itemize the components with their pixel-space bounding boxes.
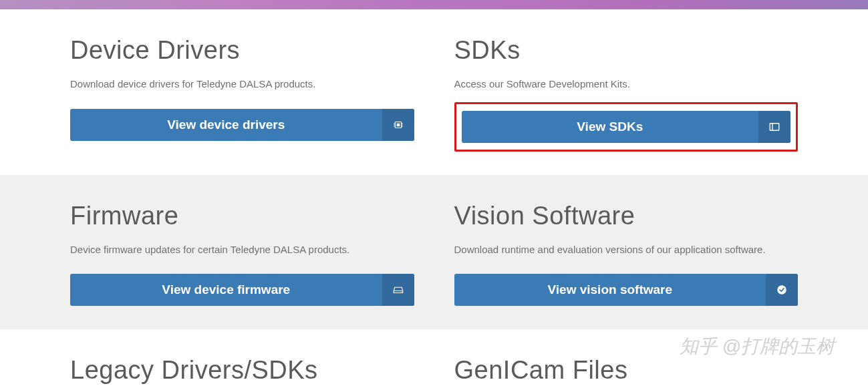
view-device-drivers-button[interactable]: View device drivers (70, 109, 414, 141)
button-label: View vision software (454, 274, 766, 306)
view-vision-software-button[interactable]: View vision software (454, 274, 799, 306)
section-row-3: Legacy Drivers/SDKs Drivers and SDKs for… (0, 329, 868, 386)
card-title: Legacy Drivers/SDKs (70, 356, 414, 385)
card-description: Device firmware updates for certain Tele… (70, 242, 414, 258)
hard-drive-icon (382, 274, 414, 306)
card-vision-software: Vision Software Download runtime and eva… (454, 202, 799, 307)
svg-rect-8 (770, 123, 779, 130)
card-title: GenICam Files (454, 356, 799, 385)
card-device-drivers: Device Drivers Download device drivers f… (70, 36, 414, 152)
section-row-1: Device Drivers Download device drivers f… (0, 9, 868, 175)
section-row-2: Firmware Device firmware updates for cer… (0, 175, 868, 330)
card-description: Download device drivers for Teledyne DAL… (70, 77, 414, 92)
check-circle-icon (766, 274, 798, 306)
card-title: SDKs (454, 36, 799, 65)
highlighted-button-frame: View SDKs (454, 102, 799, 152)
view-sdks-button[interactable]: View SDKs (462, 111, 791, 143)
button-label: View device firmware (70, 274, 382, 306)
svg-rect-1 (396, 123, 400, 126)
card-legacy: Legacy Drivers/SDKs Drivers and SDKs for… (70, 356, 414, 386)
button-label: View device drivers (70, 109, 382, 141)
card-sdks: SDKs Access our Software Development Kit… (454, 36, 799, 152)
panel-icon (758, 111, 790, 143)
button-label: View SDKs (462, 111, 759, 143)
card-description: Download runtime and evaluation versions… (454, 242, 799, 258)
card-description: Access our Software Development Kits. (454, 77, 799, 92)
chip-icon (382, 109, 414, 141)
card-title: Vision Software (454, 202, 799, 230)
card-genicam: GenICam Files Download GenICam configura… (454, 356, 799, 386)
top-banner (0, 0, 868, 9)
view-device-firmware-button[interactable]: View device firmware (70, 274, 414, 306)
svg-point-12 (777, 285, 786, 295)
svg-point-11 (400, 291, 401, 292)
card-title: Firmware (70, 202, 414, 230)
card-title: Device Drivers (70, 36, 414, 65)
card-firmware: Firmware Device firmware updates for cer… (70, 202, 414, 307)
